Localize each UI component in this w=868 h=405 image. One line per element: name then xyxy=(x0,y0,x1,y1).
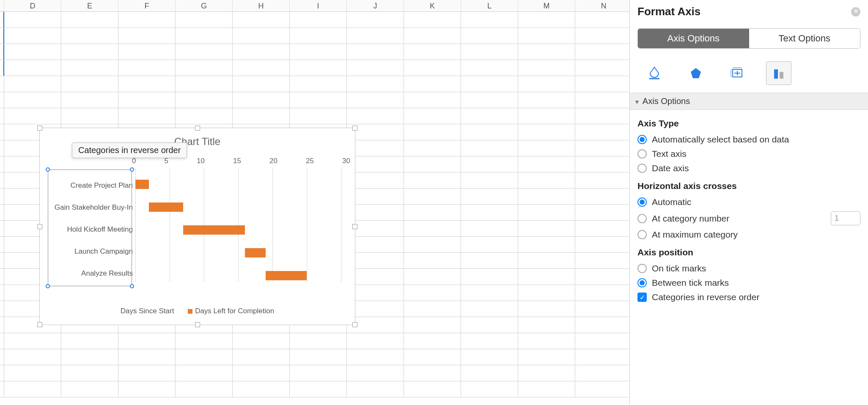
tab-axis-options[interactable]: Axis Options xyxy=(638,29,749,48)
col-header-G[interactable]: G xyxy=(176,0,233,11)
grid-row[interactable] xyxy=(0,92,629,108)
resize-handle[interactable] xyxy=(195,322,200,327)
grid-row[interactable] xyxy=(0,28,629,44)
radio-crosses-automatic[interactable] xyxy=(637,197,647,207)
cell[interactable] xyxy=(0,189,4,204)
cell[interactable] xyxy=(347,92,404,108)
cell[interactable] xyxy=(461,333,518,349)
cell[interactable] xyxy=(404,349,461,365)
cell[interactable] xyxy=(176,44,233,60)
cell[interactable] xyxy=(290,28,347,44)
cell[interactable] xyxy=(518,28,575,44)
category-number-input[interactable] xyxy=(831,211,860,225)
cell[interactable] xyxy=(518,124,575,140)
cell[interactable] xyxy=(518,221,575,236)
resize-handle[interactable] xyxy=(352,322,357,327)
cell[interactable] xyxy=(404,28,461,44)
cell[interactable] xyxy=(461,285,518,301)
cell[interactable] xyxy=(575,237,632,252)
cell[interactable] xyxy=(461,269,518,285)
cell[interactable] xyxy=(518,60,575,76)
cell[interactable] xyxy=(461,205,518,220)
cell[interactable] xyxy=(176,349,233,365)
effects-icon[interactable] xyxy=(683,61,709,85)
grid-row[interactable] xyxy=(0,12,629,28)
chart-legend[interactable]: Days Since Start Days Left for Completio… xyxy=(40,307,355,315)
grid-row[interactable] xyxy=(0,365,629,381)
cell[interactable] xyxy=(61,76,118,92)
cell[interactable] xyxy=(0,124,4,140)
cell[interactable] xyxy=(176,365,233,381)
cell[interactable] xyxy=(575,253,632,268)
cell[interactable] xyxy=(233,60,290,76)
cell[interactable] xyxy=(461,253,518,268)
col-header-H[interactable]: H xyxy=(233,0,290,11)
cell[interactable] xyxy=(290,92,347,108)
grid-row[interactable] xyxy=(0,108,629,124)
cell[interactable] xyxy=(461,140,518,156)
cell[interactable] xyxy=(0,44,4,60)
cell[interactable] xyxy=(347,172,404,188)
cell[interactable] xyxy=(176,60,233,76)
cell[interactable] xyxy=(575,365,632,381)
cell[interactable] xyxy=(118,92,176,108)
cell[interactable] xyxy=(233,92,290,108)
cell[interactable] xyxy=(4,365,61,381)
cell[interactable] xyxy=(404,333,461,349)
cell[interactable] xyxy=(0,253,4,268)
cell[interactable] xyxy=(518,140,575,156)
cell[interactable] xyxy=(0,333,4,349)
cell[interactable] xyxy=(575,12,632,27)
cell[interactable] xyxy=(347,301,404,317)
cell[interactable] xyxy=(61,108,118,124)
radio-date-axis[interactable] xyxy=(637,164,647,173)
cell[interactable] xyxy=(404,237,461,252)
cell[interactable] xyxy=(347,156,404,172)
cell[interactable] xyxy=(61,349,118,365)
cell[interactable] xyxy=(404,124,461,140)
cell[interactable] xyxy=(4,381,61,397)
cell[interactable] xyxy=(176,92,233,108)
cell[interactable] xyxy=(0,381,4,397)
cell[interactable] xyxy=(575,44,632,60)
cell[interactable] xyxy=(61,12,118,27)
cell[interactable] xyxy=(233,381,290,397)
cell[interactable] xyxy=(575,92,632,108)
cell[interactable] xyxy=(4,28,61,44)
cell[interactable] xyxy=(461,28,518,44)
cell[interactable] xyxy=(461,172,518,188)
cell[interactable] xyxy=(290,12,347,27)
col-header-L[interactable]: L xyxy=(461,0,518,11)
cell[interactable] xyxy=(233,108,290,124)
cell[interactable] xyxy=(290,333,347,349)
cell[interactable] xyxy=(404,301,461,317)
cell[interactable] xyxy=(347,381,404,397)
cell[interactable] xyxy=(233,365,290,381)
cell[interactable] xyxy=(0,365,4,381)
tab-text-options[interactable]: Text Options xyxy=(749,29,860,48)
cell[interactable] xyxy=(0,108,4,124)
radio-crosses-maximum[interactable] xyxy=(637,230,647,239)
cell[interactable] xyxy=(4,108,61,124)
cell[interactable] xyxy=(518,156,575,172)
bar[interactable] xyxy=(135,180,149,189)
cell[interactable] xyxy=(461,349,518,365)
checkbox-categories-reverse[interactable]: ✓ xyxy=(637,293,647,302)
cell[interactable] xyxy=(575,205,632,220)
cell[interactable] xyxy=(575,317,632,333)
cell[interactable] xyxy=(461,92,518,108)
cell[interactable] xyxy=(176,381,233,397)
bar[interactable] xyxy=(266,271,307,280)
col-header-D[interactable]: D xyxy=(4,0,61,11)
cell[interactable] xyxy=(233,333,290,349)
cell[interactable] xyxy=(461,317,518,333)
cell[interactable] xyxy=(404,253,461,268)
cell[interactable] xyxy=(347,12,404,27)
col-header-I[interactable]: I xyxy=(290,0,347,11)
grid-row[interactable] xyxy=(0,76,629,92)
cell[interactable] xyxy=(575,76,632,92)
cell[interactable] xyxy=(518,301,575,317)
cell[interactable] xyxy=(4,333,61,349)
cell[interactable] xyxy=(404,44,461,60)
cell[interactable] xyxy=(4,60,61,76)
